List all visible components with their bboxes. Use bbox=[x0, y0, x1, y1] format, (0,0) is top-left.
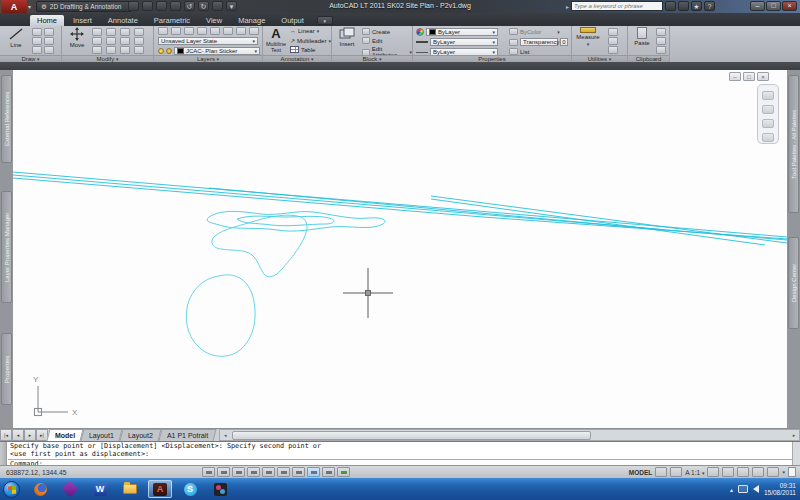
command-scrollbar[interactable] bbox=[792, 442, 800, 466]
draw-panel-label[interactable]: Draw ▾ bbox=[0, 55, 61, 62]
dyn-toggle[interactable] bbox=[292, 467, 305, 477]
tab-layout2[interactable]: Layout2 bbox=[120, 429, 162, 441]
palette-tab-external-references[interactable]: External References bbox=[1, 75, 12, 163]
layer-properties-icon[interactable] bbox=[158, 27, 168, 35]
qp-toggle[interactable] bbox=[322, 467, 335, 477]
close-button[interactable]: × bbox=[782, 1, 797, 11]
transparency-control[interactable]: Transparency 0 bbox=[509, 38, 568, 46]
search-icon[interactable] bbox=[665, 1, 676, 11]
status-menu-caret-icon[interactable]: ▾ bbox=[782, 469, 785, 475]
next-tab-button[interactable]: ▸ bbox=[24, 429, 36, 441]
infocenter-collapse-icon[interactable]: ▸ bbox=[566, 3, 569, 10]
stretch-icon[interactable] bbox=[120, 28, 130, 36]
tray-clock[interactable]: 09:31 15/08/2011 bbox=[764, 482, 796, 497]
network-icon[interactable] bbox=[738, 485, 748, 493]
undo-icon[interactable]: ↺ bbox=[184, 1, 195, 11]
layer-isolate-icon[interactable] bbox=[184, 27, 194, 35]
circle-icon[interactable] bbox=[44, 28, 54, 36]
current-layer-field[interactable]: JCAC- Plan Sticker ▾ bbox=[174, 47, 260, 55]
autoscale-icon[interactable] bbox=[722, 467, 734, 477]
table-button[interactable]: Table bbox=[290, 46, 315, 53]
palette-tab-layer-properties-manager[interactable]: Layer Properties Manager bbox=[1, 191, 12, 303]
array-icon[interactable] bbox=[120, 46, 130, 54]
restore-button[interactable]: □ bbox=[766, 1, 781, 11]
tab-a1-p1-potrait[interactable]: A1 P1 Potrait bbox=[159, 429, 217, 441]
doc-restore-button[interactable]: □ bbox=[743, 72, 755, 81]
tab-output[interactable]: Output bbox=[274, 15, 311, 26]
offset-icon[interactable] bbox=[106, 46, 116, 54]
taskbar-media-app[interactable] bbox=[208, 480, 232, 498]
doc-minimize-button[interactable]: – bbox=[729, 72, 741, 81]
qat-dropdown-icon[interactable]: ▾ bbox=[226, 1, 237, 11]
layer-off-icon[interactable] bbox=[171, 27, 181, 35]
taskbar-purple-app[interactable] bbox=[58, 480, 82, 498]
rotate-icon[interactable] bbox=[92, 37, 102, 45]
new-file-icon[interactable] bbox=[128, 1, 139, 11]
id-point-icon[interactable] bbox=[608, 28, 618, 36]
coordinate-readout[interactable]: 638872.12, 1344.45 bbox=[6, 469, 116, 476]
rectangle-icon[interactable] bbox=[44, 37, 54, 45]
copy-clip-icon[interactable] bbox=[656, 37, 666, 45]
layers-panel-label[interactable]: Layers ▾ bbox=[154, 55, 262, 62]
tab-annotate[interactable]: Annotate bbox=[101, 15, 145, 26]
arc-icon[interactable] bbox=[32, 37, 42, 45]
model-space-icon[interactable] bbox=[655, 467, 667, 477]
layer-dropdown[interactable]: JCAC- Plan Sticker ▾ bbox=[158, 47, 260, 55]
drawing-canvas[interactable]: Y X – □ × bbox=[13, 70, 787, 428]
annotation-visibility-icon[interactable] bbox=[707, 467, 719, 477]
scrollbar-thumb[interactable] bbox=[232, 431, 591, 440]
orbit-icon[interactable] bbox=[762, 133, 774, 142]
grid-toggle[interactable] bbox=[217, 467, 230, 477]
trim-icon[interactable] bbox=[120, 37, 130, 45]
explode-icon[interactable] bbox=[92, 46, 102, 54]
favorites-icon[interactable]: ★ bbox=[691, 1, 702, 11]
match-properties-icon[interactable] bbox=[656, 46, 666, 54]
quick-calc-icon[interactable] bbox=[608, 46, 618, 54]
properties-monitor-toggle[interactable] bbox=[337, 467, 350, 477]
lwt-toggle[interactable] bbox=[307, 467, 320, 477]
layer-prev-icon[interactable] bbox=[236, 27, 246, 35]
modify-panel-label[interactable]: Modify ▾ bbox=[62, 55, 153, 62]
quick-view-icon[interactable] bbox=[737, 467, 749, 477]
properties-panel-label[interactable]: Properties bbox=[413, 55, 571, 62]
toolbar-lock-icon[interactable] bbox=[752, 467, 764, 477]
lineweight-dropdown[interactable]: ByLayer▾ bbox=[416, 38, 498, 46]
minimize-button[interactable]: – bbox=[750, 1, 765, 11]
object-color-dropdown[interactable]: ByLayer ▾ bbox=[416, 28, 498, 36]
taskbar-explorer[interactable] bbox=[118, 480, 142, 498]
create-block-button[interactable]: Create bbox=[362, 28, 390, 35]
hatch-icon[interactable] bbox=[44, 46, 54, 54]
save-icon[interactable] bbox=[156, 1, 167, 11]
workspace-switcher[interactable]: ⚙ 2D Drafting & Annotation ▾ bbox=[36, 1, 132, 12]
layer-match-icon[interactable] bbox=[223, 27, 233, 35]
pan-icon[interactable] bbox=[762, 105, 774, 114]
palette-tab-design-center[interactable]: Design Center bbox=[788, 237, 799, 329]
open-file-icon[interactable] bbox=[142, 1, 153, 11]
otrack-toggle[interactable] bbox=[277, 467, 290, 477]
redo-icon[interactable]: ↻ bbox=[198, 1, 209, 11]
speaker-icon[interactable] bbox=[753, 485, 759, 493]
taskbar-autocad[interactable]: A bbox=[148, 480, 172, 498]
list-button[interactable]: List bbox=[509, 48, 529, 55]
measure-button[interactable]: Measure ▾ bbox=[575, 27, 601, 54]
layer-walk-icon[interactable] bbox=[249, 27, 259, 35]
ortho-toggle[interactable] bbox=[232, 467, 245, 477]
ellipse-icon[interactable] bbox=[32, 46, 42, 54]
tray-expand-icon[interactable]: ▴ bbox=[730, 486, 733, 493]
linear-dim-button[interactable]: ↔ Linear▾ bbox=[290, 28, 319, 34]
palette-tab-properties[interactable]: Properties bbox=[1, 333, 12, 405]
scale-icon[interactable] bbox=[106, 37, 116, 45]
utilities-panel-label[interactable]: Utilities ▾ bbox=[572, 55, 627, 62]
clean-screen-button[interactable] bbox=[788, 467, 796, 477]
layer-lock-icon[interactable] bbox=[210, 27, 220, 35]
insert-button[interactable]: Insert bbox=[334, 27, 360, 54]
transparency-value[interactable]: 0 bbox=[560, 38, 568, 46]
block-panel-label[interactable]: Block ▾ bbox=[332, 55, 412, 62]
tab-home[interactable]: Home bbox=[30, 15, 64, 26]
tab-view[interactable]: View bbox=[199, 15, 229, 26]
app-logo-button[interactable]: A bbox=[1, 0, 27, 13]
move-button[interactable]: Move bbox=[64, 27, 90, 54]
palette-tab-tool-palettes[interactable]: Tool Palettes - All Palettes bbox=[788, 75, 799, 213]
tab-parametric[interactable]: Parametric bbox=[147, 15, 197, 26]
doc-close-button[interactable]: × bbox=[757, 72, 769, 81]
